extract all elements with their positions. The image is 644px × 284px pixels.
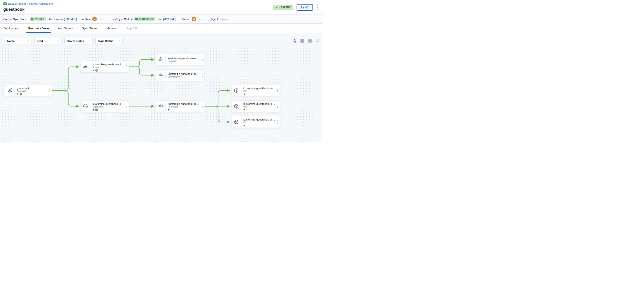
- application-icon: [5, 85, 14, 96]
- node-menu-kebab-icon[interactable]: [276, 85, 280, 96]
- chevron-down-icon: [118, 40, 120, 42]
- author-avatar[interactable]: o(: [92, 17, 97, 21]
- header-kebab-icon[interactable]: [316, 5, 319, 10]
- node-title: kustomize-guestbook-ui-...: [243, 87, 276, 90]
- breadcrumb-project[interactable]: Default Project: [8, 2, 26, 5]
- node-menu-kebab-icon[interactable]: [200, 54, 204, 65]
- more-ellipsis-icon[interactable]: ●●●: [198, 18, 204, 20]
- current-sync-status-label: Current Sync Status: [3, 17, 27, 21]
- healthy-heart-icon: ♥: [92, 69, 94, 72]
- kind-filter-dropdown[interactable]: Kind: [34, 38, 62, 44]
- breadcrumb-separator: ›: [55, 2, 56, 5]
- node-service[interactable]: kustomize-guestbook-ui Service ♥ ✓: [80, 61, 129, 72]
- tab-deployment[interactable]: Deployment: [3, 23, 20, 33]
- succeeded-badge-label: SUCCEEDED: [139, 18, 154, 20]
- name-filter-dropdown[interactable]: Name: [5, 38, 32, 44]
- healthy-heart-icon: ♥: [243, 93, 245, 95]
- node-title: kustomize-guestbook-ui-...: [243, 102, 276, 105]
- healthy-heart-icon: ♥: [92, 108, 94, 111]
- breadcrumb-applications[interactable]: GitOps: Applications: [29, 2, 54, 5]
- node-replicaset[interactable]: kustomize-guestbook-ui-... ReplicaSet ♥: [156, 100, 205, 112]
- tree-view-icon[interactable]: [292, 39, 296, 43]
- breadcrumb: ∞ Default Project › GitOps: Applications…: [3, 2, 56, 5]
- synced-badge-label: SYNCED: [34, 18, 44, 20]
- gitops-application-page: ∞ Default Project › GitOps: Applications…: [0, 0, 322, 142]
- node-title: kustomize-guestbook-ui-...: [243, 118, 276, 121]
- node-menu-kebab-icon[interactable]: [276, 116, 280, 128]
- chevron-down-icon: [57, 40, 59, 42]
- node-pod[interactable]: kustomize-guestbook-ui-... Pod ♥: [231, 116, 280, 128]
- node-endpointslice[interactable]: kustomize-guestbook-ui-... EndpointSlice: [156, 69, 205, 81]
- tab-app-details[interactable]: App Details: [58, 23, 73, 33]
- last-revision-link[interactable]: (d67cddc): [163, 17, 176, 21]
- node-kind: Pod: [243, 106, 276, 108]
- node-endpoints[interactable]: kustomize-guestbook-ui Endpoints: [156, 54, 205, 65]
- node-deployment[interactable]: kustomize-guestbook-ui Deployment ♥ ✓: [80, 100, 129, 112]
- node-menu-kebab-icon[interactable]: [200, 101, 204, 112]
- header-left: ∞ Default Project › GitOps: Applications…: [3, 2, 56, 12]
- network-view-icon[interactable]: [316, 39, 320, 43]
- node-menu-kebab-icon[interactable]: [276, 101, 280, 112]
- last-sync-status-label: Last Sync Status: [112, 17, 132, 21]
- node-title: kustomize-guestbook-ui: [168, 57, 200, 60]
- synced-check-icon: ✓: [95, 69, 98, 72]
- node-kind: Endpoints: [168, 60, 200, 62]
- node-menu-kebab-icon[interactable]: [124, 61, 129, 72]
- current-revision-link[interactable]: master (d67cddc): [54, 17, 77, 21]
- node-kind: Pod: [243, 90, 276, 92]
- healthy-heart-icon: ♥: [243, 124, 245, 127]
- breadcrumb-separator: ›: [27, 2, 28, 5]
- agent-value: opops: [221, 17, 228, 21]
- tab-manifest[interactable]: Manifest: [106, 23, 118, 33]
- healthy-heart-icon: ♥: [243, 108, 245, 111]
- health-badge-label: HEALTHY: [279, 6, 291, 9]
- list-view-icon[interactable]: [308, 39, 312, 43]
- node-title: kustomize-guestbook-ui: [92, 102, 124, 105]
- node-pod[interactable]: kustomize-guestbook-ui-... Pod ♥: [231, 85, 280, 96]
- author-avatar[interactable]: o(: [192, 17, 196, 21]
- sync-button[interactable]: SYNC: [296, 4, 313, 11]
- node-title: guestbook: [17, 87, 48, 90]
- health-status-filter-dropdown[interactable]: Health Status: [64, 38, 92, 44]
- grid-view-icon[interactable]: [300, 39, 304, 43]
- author-label: Author: [182, 17, 189, 21]
- check-circle-icon: ✓: [31, 17, 34, 20]
- view-toggles: [292, 39, 320, 43]
- synced-check-icon: ✓: [95, 108, 98, 111]
- tab-sync-status[interactable]: Sync Status: [82, 23, 98, 33]
- tab-resource-view[interactable]: Resource View: [28, 23, 49, 33]
- node-pod[interactable]: kustomize-guestbook-ui-... Pod ♥: [231, 100, 280, 112]
- node-application-guestbook[interactable]: guestbook Application ♥ ✓: [5, 85, 52, 96]
- synced-badge: ✓ SYNCED: [30, 17, 46, 21]
- agent-label: Agent:: [211, 17, 219, 21]
- header-actions: ♥ HEALTHY SYNC: [273, 4, 319, 11]
- tab-app-diff: App Diff: [126, 23, 137, 33]
- sync-status-filter-dropdown[interactable]: Sync Status: [96, 38, 122, 44]
- project-icon: ∞: [3, 2, 7, 5]
- resource-tree-canvas: Name Kind Health Status Sync Status: [0, 33, 322, 142]
- chevron-down-icon: [27, 40, 29, 42]
- node-title: kustomize-guestbook-ui-...: [168, 102, 200, 105]
- heart-icon: ♥: [276, 6, 278, 8]
- check-circle-icon: ✓: [135, 17, 138, 20]
- sync-status-bar: Current Sync Status ✓ SYNCED To master (…: [0, 14, 322, 23]
- node-title: kustomize-guestbook-ui-...: [168, 72, 200, 75]
- more-ellipsis-icon[interactable]: ●●●: [99, 18, 104, 20]
- node-menu-kebab-icon[interactable]: [48, 85, 52, 96]
- healthy-heart-icon: ♥: [17, 93, 18, 95]
- page-header: ∞ Default Project › GitOps: Applications…: [0, 0, 322, 14]
- tab-bar: Deployment Resource View App Details Syn…: [0, 23, 322, 33]
- replicaset-icon: [156, 101, 165, 112]
- node-menu-kebab-icon[interactable]: [124, 101, 129, 112]
- node-kind: ReplicaSet: [168, 106, 200, 108]
- endpointslice-icon: [156, 70, 165, 81]
- healthy-heart-icon: ♥: [168, 108, 170, 111]
- to-label: To: [158, 17, 161, 21]
- chevron-down-icon: [88, 40, 90, 42]
- node-menu-kebab-icon[interactable]: [200, 70, 204, 81]
- synced-check-icon: ✓: [20, 93, 22, 95]
- node-kind: Application: [17, 90, 48, 92]
- to-label: To: [49, 17, 52, 21]
- node-kind: Service: [92, 66, 124, 68]
- service-icon: [81, 61, 90, 72]
